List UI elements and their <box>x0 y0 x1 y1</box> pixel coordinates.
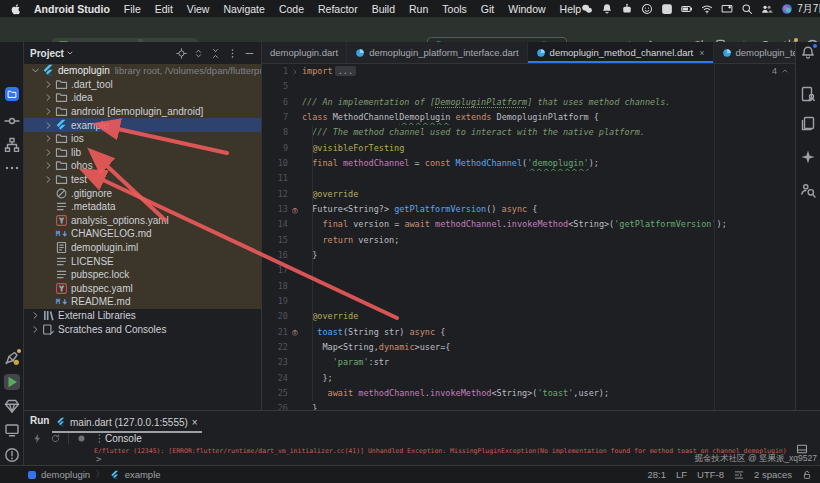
tree-item-readme-md[interactable]: MREADME.md <box>24 295 261 309</box>
chevron-down-icon[interactable] <box>66 49 74 57</box>
tree-item-pubspec-lock[interactable]: pubspec.lock <box>24 268 261 282</box>
menu-item-view[interactable]: View <box>187 3 210 15</box>
tree-item-idea[interactable]: .idea <box>24 91 261 105</box>
chevron-right-icon[interactable] <box>43 106 54 117</box>
wifi-icon[interactable] <box>701 3 713 15</box>
chevron-right-icon[interactable] <box>30 310 41 321</box>
chevron-down-icon[interactable] <box>30 65 41 76</box>
menu-item-refactor[interactable]: Refactor <box>318 3 358 15</box>
breadcrumb-project[interactable]: demoplugin <box>41 469 90 480</box>
project-tool-button[interactable] <box>5 87 19 101</box>
menu-clock[interactable]: 7月7日 周一 12:38 <box>797 2 820 16</box>
menu-item-build[interactable]: Build <box>372 3 395 15</box>
tab-demoplugin-platform-interface-dart[interactable]: demoplugin_platform_interface.dart <box>347 42 527 63</box>
menu-item-window[interactable]: Window <box>508 3 545 15</box>
face-icon[interactable] <box>641 3 653 15</box>
search-icon[interactable] <box>741 3 753 15</box>
more-tool-windows-tool-button[interactable] <box>4 160 20 176</box>
robot-icon[interactable] <box>621 3 633 15</box>
tree-item-gitignore[interactable]: .gitignore <box>24 186 261 200</box>
chevron-right-icon[interactable] <box>30 324 41 335</box>
tree-item-changelog-md[interactable]: MCHANGELOG.md <box>24 227 261 241</box>
tree-item-ios[interactable]: ios <box>24 132 261 146</box>
override-icon[interactable] <box>291 328 299 336</box>
notifications-tool-button[interactable] <box>800 45 816 61</box>
breadcrumb[interactable]: demoplugin 〉 example <box>28 468 161 481</box>
console-prompt[interactable]: > <box>96 454 101 464</box>
tree-item-analysis-options-yaml[interactable]: Yanalysis_options.yaml <box>24 214 261 228</box>
dart-analysis-tool-button[interactable] <box>4 350 20 366</box>
chevron-right-icon[interactable] <box>43 92 54 103</box>
dispbell-icon[interactable] <box>721 3 733 15</box>
updown-icon[interactable] <box>193 48 204 59</box>
battery-icon[interactable] <box>681 3 693 15</box>
run-tool-button[interactable] <box>4 374 20 390</box>
locate-icon[interactable] <box>176 48 187 59</box>
caret-position[interactable]: 28:1 <box>647 469 666 480</box>
tab-demoplugin-dart[interactable]: demoplugin.dart <box>262 42 347 63</box>
close-icon[interactable]: × <box>699 48 704 58</box>
tree-item-ohos[interactable]: ohos <box>24 159 261 173</box>
unlock-icon[interactable] <box>802 470 812 480</box>
chevron-right-icon[interactable] <box>43 133 54 144</box>
wechat-icon[interactable] <box>581 3 593 15</box>
users-icon[interactable] <box>761 3 773 15</box>
chevron-right-icon[interactable] <box>43 160 54 171</box>
menu-item-tools[interactable]: Tools <box>442 3 467 15</box>
line-ending[interactable]: LF <box>676 469 687 480</box>
hot-restart-icon[interactable] <box>32 433 43 444</box>
tree-item-metadata[interactable]: .metadata <box>24 200 261 214</box>
minus-icon[interactable] <box>244 48 255 59</box>
tree-item-android-demoplugin-android[interactable]: android [demoplugin_android] <box>24 105 261 119</box>
flutter-performance-tool-button[interactable] <box>4 398 20 414</box>
stop-icon[interactable] <box>76 433 87 444</box>
tree-item-test[interactable]: test <box>24 173 261 187</box>
tree-item-lib[interactable]: lib <box>24 146 261 160</box>
console-tab[interactable]: Console <box>105 433 142 444</box>
commit-tool-button[interactable] <box>4 113 20 129</box>
chevron-right-icon[interactable] <box>43 79 54 90</box>
tree-item-pubspec-yaml[interactable]: Ypubspec.yaml <box>24 282 261 296</box>
collapse-icon[interactable] <box>210 48 221 59</box>
run-session-tab[interactable]: main.dart (127.0.0.1:5555) × <box>52 413 202 433</box>
ai-assistant-tool-button[interactable] <box>800 149 816 165</box>
structure-tool-button[interactable] <box>4 137 20 153</box>
menu-item-help[interactable]: Help <box>560 3 582 15</box>
indent-size[interactable]: 2 spaces <box>754 469 792 480</box>
tree-item-external-libraries[interactable]: External Libraries <box>24 309 261 323</box>
chevron-right-icon[interactable] <box>43 120 54 131</box>
tab-demoplugin-method-channel-dart[interactable]: demoplugin_method_channel.dart× <box>528 42 714 63</box>
find-usages-tool-button[interactable] <box>800 182 816 198</box>
problems-tool-button[interactable] <box>4 447 20 463</box>
profiler-tool-button[interactable] <box>800 86 816 102</box>
tree-item-scratches-and-consoles[interactable]: Scratches and Consoles <box>24 322 261 336</box>
override-icon[interactable] <box>291 206 299 214</box>
tree-item-demoplugin-iml[interactable]: demoplugin.iml <box>24 241 261 255</box>
menu-item-run[interactable]: Run <box>409 3 428 15</box>
menu-item-android-studio[interactable]: Android Studio <box>34 3 110 15</box>
tree-item-license[interactable]: LICENSE <box>24 254 261 268</box>
chevron-right-icon[interactable] <box>43 174 54 185</box>
file-encoding[interactable]: UTF-8 <box>697 469 724 480</box>
menu-item-git[interactable]: Git <box>481 3 494 15</box>
chevron-right-icon[interactable] <box>43 147 54 158</box>
siri-icon[interactable] <box>781 3 793 15</box>
close-icon[interactable]: × <box>192 417 198 428</box>
flutter-inspector-tool-button[interactable] <box>4 422 20 438</box>
menu-item-navigate[interactable]: Navigate <box>223 3 264 15</box>
device-explorer-tool-button[interactable] <box>800 116 816 132</box>
rerun-icon[interactable] <box>50 433 61 444</box>
breadcrumb-module[interactable]: example <box>125 469 161 480</box>
more-options-icon[interactable] <box>94 433 105 444</box>
apple-menu-icon[interactable] <box>10 3 22 15</box>
tree-item-demoplugin[interactable]: demopluginlibrary root, /Volumes/dpan/fl… <box>24 64 261 78</box>
chevron-up-icon[interactable] <box>781 67 789 75</box>
menu-item-edit[interactable]: Edit <box>155 3 173 15</box>
kebab-icon[interactable] <box>227 48 238 59</box>
tree-item-dart-tool[interactable]: .dart_tool <box>24 78 261 92</box>
bell-icon[interactable] <box>601 3 613 15</box>
fold-collapsed-icon[interactable] <box>291 68 299 76</box>
project-panel-title[interactable]: Project <box>30 48 64 59</box>
menu-item-file[interactable]: File <box>124 3 141 15</box>
menu-item-code[interactable]: Code <box>279 3 304 15</box>
